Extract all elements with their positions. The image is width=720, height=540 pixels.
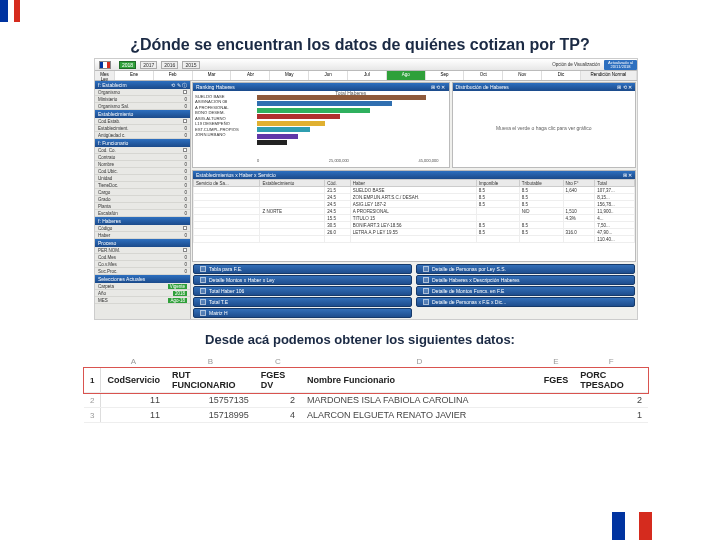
panel-tools-icon[interactable]: ⊞ ⟲ ✕ — [617, 84, 632, 90]
table-title: Establecimientos x Haber x Servicio — [196, 172, 276, 178]
data-grid[interactable]: Servicio de Sa...EstablecimientoCód.Habe… — [193, 179, 635, 243]
year-tabs[interactable]: 2018 2017 2016 2015 — [119, 61, 200, 69]
month-mar[interactable]: Mar — [193, 71, 232, 80]
dist-message: Mueva el verde o haga clic para ver gráf… — [453, 91, 636, 165]
sb-hdr-haberes[interactable]: f: Haberes — [95, 217, 190, 225]
main-area: Ranking Haberes⊞ ⟲ ✕ SUELDO BASEASIGNACI… — [191, 81, 637, 319]
btn-tabla-fe[interactable]: Tabla para F.E. — [193, 264, 412, 274]
month-feb[interactable]: Feb — [154, 71, 193, 80]
sb-item[interactable]: Cod.Ubic.0 — [95, 168, 190, 175]
button-grid: Tabla para F.E. Detalle Montos x Haber x… — [191, 263, 637, 319]
sb-item[interactable]: Organismo Sal.0 — [95, 103, 190, 110]
sb-item[interactable]: Contrato0 — [95, 154, 190, 161]
dist-title: Distribución de Haberes — [456, 84, 509, 90]
year-tab-2015[interactable]: 2015 — [182, 61, 199, 69]
sidebar: f: Establecim⟲ ✎ ⓘ Organismo Ministerio0… — [95, 81, 191, 319]
flag-stripe-top — [0, 0, 22, 22]
year-tab-2018[interactable]: 2018 — [119, 61, 136, 69]
dist-panel: Distribución de Haberes⊞ ⟲ ✕ Mueva el ve… — [452, 82, 637, 168]
app-toolbar: 2018 2017 2016 2015 Opción de Visualizac… — [95, 59, 637, 71]
btn-detalle-personas-ley[interactable]: Detalle de Personas por Ley S.S. — [416, 264, 635, 274]
sb-tools-icon[interactable]: ⟲ ✎ ⓘ — [171, 82, 187, 88]
btn-detalle-personas-fe[interactable]: Detalle de Personas x F.E x Dic... — [416, 297, 635, 307]
month-nov[interactable]: Nov — [503, 71, 542, 80]
month-ago[interactable]: Ago — [387, 71, 426, 80]
sb-item[interactable]: TieneDoc.0 — [95, 182, 190, 189]
btn-total-te[interactable]: Total T.E — [193, 297, 412, 307]
sb-item[interactable]: Cod. Co. — [95, 147, 190, 154]
sb-hdr-estab[interactable]: f: Establecim⟲ ✎ ⓘ — [95, 81, 190, 89]
slide-subtitle: Desde acá podemos obtener los siguientes… — [0, 332, 720, 347]
sb-hdr-sel[interactable]: Selecciones Actuales — [95, 275, 190, 283]
month-row[interactable]: MesLey 195471 Ene Feb Mar Abr May Jun Ju… — [95, 71, 637, 81]
grid-icon — [200, 310, 206, 316]
sheet-row[interactable]: 3 11157189954ALARCON ELGUETA RENATO JAVI… — [84, 408, 648, 423]
sb-item[interactable]: MESAgo-18 — [95, 297, 190, 304]
month-jul[interactable]: Jul — [348, 71, 387, 80]
sb-item[interactable]: Cod.Estab. — [95, 118, 190, 125]
grid-icon — [423, 266, 429, 272]
sb-item[interactable]: Antigüedad c.0 — [95, 132, 190, 139]
year-tab-2017[interactable]: 2017 — [140, 61, 157, 69]
btn-detalle-haberes-desc[interactable]: Detalle Haberes x Descripción Haberes — [416, 275, 635, 285]
btn-total-haber[interactable]: Total Haber 106 — [193, 286, 412, 296]
sb-item[interactable]: Grado0 — [95, 196, 190, 203]
table-panel: Establecimientos x Haber x Servicio⊞ ✕ S… — [192, 170, 636, 262]
btn-detalle-montos[interactable]: Detalle Montos x Haber x Ley — [193, 275, 412, 285]
sb-item[interactable]: Suc.Proc.0 — [95, 268, 190, 275]
update-badge: Actualizado al 20/11/2018 — [604, 60, 637, 70]
year-tab-2016[interactable]: 2016 — [161, 61, 178, 69]
sheet-row[interactable]: 2 11157571352MARDONES ISLA FABIOLA CAROL… — [84, 393, 648, 408]
grid-icon — [423, 299, 429, 305]
sb-hdr-establec[interactable]: Establecimiento — [95, 110, 190, 118]
grid-icon — [423, 277, 429, 283]
sb-item[interactable]: PER.NOM. — [95, 247, 190, 254]
month-jun[interactable]: Jun — [309, 71, 348, 80]
sb-hdr-proc[interactable]: Proceso — [95, 239, 190, 247]
sb-item[interactable]: Unidad0 — [95, 175, 190, 182]
month-sep[interactable]: Sep — [426, 71, 465, 80]
sb-item[interactable]: Establecimient.0 — [95, 125, 190, 132]
excel-sheet: ABCDEF 1 CodServicioRUT FUNCIONARIOFGES … — [84, 356, 648, 423]
bar-chart[interactable]: Total Haberes 025,000,00045,000,000 — [253, 91, 449, 165]
sb-item[interactable]: Cargo0 — [95, 189, 190, 196]
flag-stripe-bottom — [612, 512, 652, 540]
month-oct[interactable]: Oct — [464, 71, 503, 80]
sheet-header-row[interactable]: 1 CodServicioRUT FUNCIONARIOFGES DVNombr… — [84, 368, 648, 393]
flag-icon — [99, 61, 111, 69]
sb-item[interactable]: Año2018 — [95, 290, 190, 297]
month-may[interactable]: May — [270, 71, 309, 80]
sb-item[interactable]: Organismo — [95, 89, 190, 96]
sb-item[interactable]: Escalafón0 — [95, 210, 190, 217]
chart-legend: SUELDO BASEASIGNACION 08 A PROFESIONALBO… — [193, 91, 253, 165]
ranking-panel: Ranking Haberes⊞ ⟲ ✕ SUELDO BASEASIGNACI… — [192, 82, 450, 168]
slide-title: ¿Dónde se encuentran los datos de quiéne… — [0, 36, 720, 54]
month-dic[interactable]: Dic — [542, 71, 581, 80]
sb-item[interactable]: Ministerio0 — [95, 96, 190, 103]
view-option-label: Opción de Visualización — [552, 62, 600, 67]
grid-icon — [200, 266, 206, 272]
sb-item[interactable]: Co.v.Mes0 — [95, 261, 190, 268]
sb-item[interactable]: Planta0 — [95, 203, 190, 210]
sb-item[interactable]: Código — [95, 225, 190, 232]
btn-detalle-montos-fe[interactable]: Detalle de Montos Funcs. en F.E — [416, 286, 635, 296]
month-ene[interactable]: Ene — [115, 71, 154, 80]
sb-item[interactable]: CarpetaVigente — [95, 283, 190, 290]
chart-title: Total Haberes — [253, 90, 449, 96]
ranking-title: Ranking Haberes — [196, 84, 235, 90]
btn-matriz-h[interactable]: Matriz H — [193, 308, 412, 318]
grid-icon — [200, 299, 206, 305]
grid-icon — [423, 288, 429, 294]
app-window: 2018 2017 2016 2015 Opción de Visualizac… — [94, 58, 638, 320]
sb-hdr-func[interactable]: f: Funcionario — [95, 139, 190, 147]
panel-tools-icon[interactable]: ⊞ ✕ — [623, 172, 632, 178]
sb-item[interactable]: Cod.Mes0 — [95, 254, 190, 261]
sb-item[interactable]: Nombre0 — [95, 161, 190, 168]
month-abr[interactable]: Abr — [231, 71, 270, 80]
grid-icon — [200, 277, 206, 283]
mode-label: Rendición Normal — [581, 71, 637, 80]
sb-item[interactable]: Haber0 — [95, 232, 190, 239]
month-header: MesLey 195471 — [95, 71, 115, 80]
grid-icon — [200, 288, 206, 294]
